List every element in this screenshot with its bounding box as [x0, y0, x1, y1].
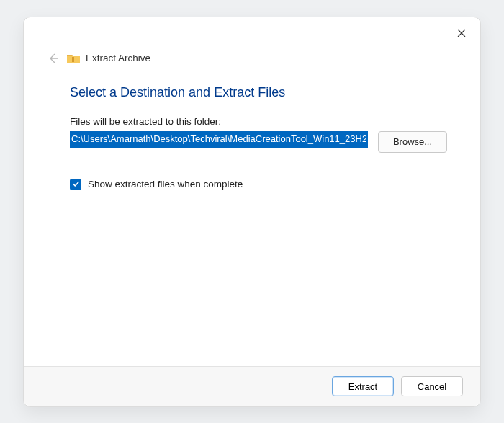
extract-archive-dialog: Extract Archive Select a Destination and…: [23, 17, 481, 407]
dialog-footer: Extract Cancel: [24, 366, 480, 406]
close-icon: [457, 29, 466, 37]
close-button[interactable]: [454, 26, 469, 40]
page-heading: Select a Destination and Extract Files: [70, 85, 447, 100]
show-files-label: Show extracted files when complete: [88, 179, 243, 190]
extract-button[interactable]: Extract: [332, 376, 394, 396]
checkmark-icon: [72, 180, 80, 188]
archive-folder-icon: [67, 53, 80, 63]
cancel-button[interactable]: Cancel: [401, 376, 463, 396]
destination-path-input[interactable]: [70, 131, 368, 148]
dialog-body: Select a Destination and Extract Files F…: [24, 65, 480, 366]
dialog-title: Extract Archive: [86, 53, 150, 63]
show-files-checkbox[interactable]: [70, 179, 81, 190]
browse-button[interactable]: Browse...: [378, 131, 447, 153]
back-button[interactable]: [47, 52, 60, 65]
svg-rect-0: [72, 57, 74, 62]
path-label: Files will be extracted to this folder:: [70, 116, 447, 127]
dialog-header: Extract Archive: [24, 17, 480, 65]
back-arrow-icon: [48, 53, 59, 64]
